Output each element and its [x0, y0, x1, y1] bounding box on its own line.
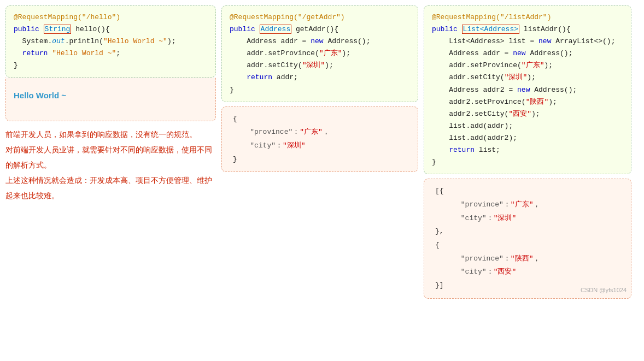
p3-line12: } — [432, 156, 623, 168]
json3-mid: }, — [435, 225, 620, 239]
json2-line1: "province"："广东"， — [233, 126, 407, 139]
hello-output-text: Hello World ~ — [14, 83, 208, 105]
panel3-json: [{ "province"："广东"， "city"："深圳" }, { "pr… — [424, 179, 631, 299]
panel1-output: Hello World ~ — [5, 78, 216, 121]
p2-line1: public Address getAddr(){ — [230, 23, 410, 35]
middle-column: @RequestMapping("/getAddr") public Addre… — [221, 5, 418, 172]
panel3-code: @RequestMapping("/listAddr") public List… — [424, 5, 631, 174]
p1-annotation: @RequestMapping("/hello") — [14, 11, 208, 23]
bottom-line1: 前端开发人员，如果拿到的响应数据，没有统一的规范。 — [5, 127, 216, 142]
p3-line3: Address addr = new Address(); — [432, 48, 623, 60]
p2-annotation: @RequestMapping("/getAddr") — [230, 11, 410, 23]
json3-line4: "city"："西安" — [435, 265, 620, 279]
p1-line3: return "Hello World ~"; — [14, 48, 208, 60]
p1-line1: public String hello(){ — [14, 23, 208, 35]
p3-line11: return list; — [432, 144, 623, 156]
p2-line6: } — [230, 84, 410, 96]
watermark-text: CSDN @yfs1024 — [581, 285, 627, 296]
p3-line8: addr2.setCity("西安"); — [432, 108, 623, 120]
bottom-description: 前端开发人员，如果拿到的响应数据，没有统一的规范。 对前端开发人员业讲，就需要针… — [5, 127, 216, 203]
p3-line1: public List<Address> listAddr(){ — [432, 23, 623, 35]
p2-line3: addr.setProvince("广东"); — [230, 48, 410, 60]
json3-line3: "province"："陕西"， — [435, 252, 620, 266]
json3-open2: { — [435, 239, 620, 252]
json2-line2: "city"："深圳" — [233, 139, 407, 153]
json3-open: [{ — [435, 185, 620, 198]
bottom-line2: 对前端开发人员业讲，就需要针对不同的响应数据，使用不同的解析方式。 — [5, 142, 216, 173]
p3-line7: addr2.setProvince("陕西"); — [432, 96, 623, 108]
p1-line4: } — [14, 60, 208, 72]
p2-line5: return addr; — [230, 72, 410, 84]
panel2-code: @RequestMapping("/getAddr") public Addre… — [221, 5, 418, 102]
json3-line1: "province"："广东"， — [435, 198, 620, 212]
p1-line2: System.out.println("Hello World ~"); — [14, 35, 208, 48]
bottom-line3: 上述这种情况就会造成：开发成本高、项目不方便管理、维护起来也比较难。 — [5, 173, 216, 203]
p2-line2: Address addr = new Address(); — [230, 35, 410, 48]
json3-line2: "city"："深圳" — [435, 212, 620, 226]
p3-line6: Address addr2 = new Address(); — [432, 84, 623, 96]
p3-line9: list.add(addr); — [432, 120, 623, 132]
panel2-json: { "province"："广东"， "city"："深圳" } — [221, 106, 418, 173]
p3-line5: addr.setCity("深圳"); — [432, 72, 623, 84]
p3-line4: addr.setProvince("广东"); — [432, 60, 623, 72]
left-column: @RequestMapping("/hello") public String … — [5, 5, 216, 203]
p3-annotation: @RequestMapping("/listAddr") — [432, 11, 623, 23]
p3-line2: List<Address> list = new ArrayList<>(); — [432, 35, 623, 48]
p2-line4: addr.setCity("深圳"); — [230, 60, 410, 72]
p3-line10: list.add(addr2); — [432, 132, 623, 144]
json2-close: } — [233, 153, 407, 167]
json2-open: { — [233, 113, 407, 126]
right-column: @RequestMapping("/listAddr") public List… — [424, 5, 631, 299]
main-layout: @RequestMapping("/hello") public String … — [5, 5, 639, 299]
panel1-code: @RequestMapping("/hello") public String … — [5, 5, 216, 78]
